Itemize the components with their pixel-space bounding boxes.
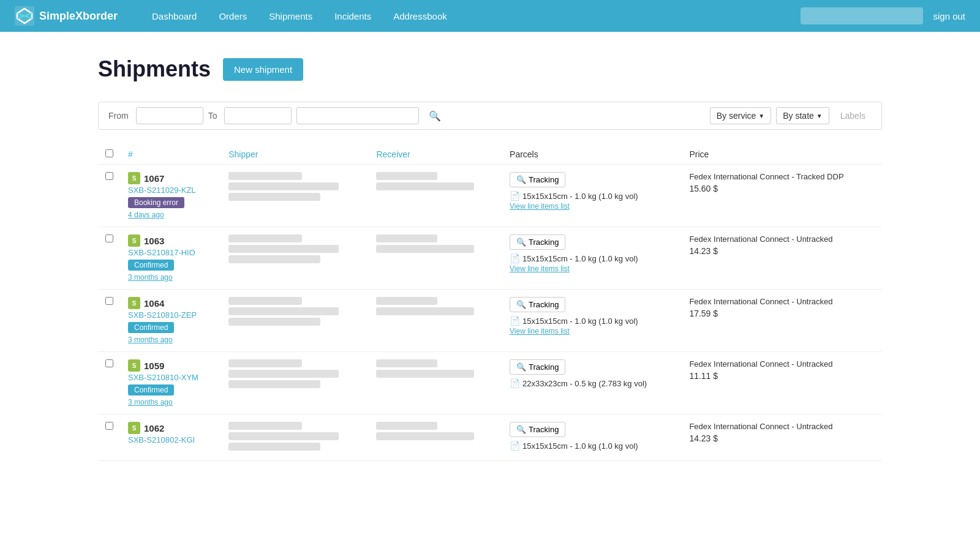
shipper-info bbox=[228, 359, 361, 388]
shipper-cell bbox=[221, 414, 369, 461]
tracking-button[interactable]: 🔍 Tracking bbox=[510, 422, 565, 437]
receiver-info bbox=[376, 297, 495, 315]
search-icon: 🔍 bbox=[516, 300, 526, 309]
tracking-button[interactable]: 🔍 Tracking bbox=[510, 297, 565, 312]
user-info bbox=[801, 7, 923, 24]
view-items-link[interactable]: View line items list bbox=[510, 327, 674, 335]
row-checkbox-cell bbox=[98, 414, 121, 461]
new-shipment-button[interactable]: New shipment bbox=[223, 58, 303, 81]
row-checkbox[interactable] bbox=[105, 422, 113, 430]
tracking-button[interactable]: 🔍 Tracking bbox=[510, 359, 565, 375]
parcels-cell: 🔍 Tracking 📄 22x33x23cm - 0.5 kg (2.783 … bbox=[502, 352, 682, 414]
by-state-label: By state bbox=[783, 111, 814, 121]
parcel-icon: 📄 bbox=[510, 253, 520, 263]
shipments-table: # Shipper Receiver Parcels Price S 1067 … bbox=[98, 144, 882, 461]
price-service: Fedex International Connect - Tracked DD… bbox=[689, 172, 875, 181]
table-body: S 1067 SXB-S211029-KZL Booking error 4 d… bbox=[98, 165, 882, 461]
receiver-info bbox=[376, 359, 495, 378]
by-service-dropdown[interactable]: By service ▼ bbox=[710, 107, 771, 124]
price-amount: 17.59 $ bbox=[689, 309, 875, 318]
tracking-label: Tracking bbox=[529, 238, 559, 247]
receiver-info bbox=[376, 234, 495, 253]
sign-out-button[interactable]: sign out bbox=[933, 11, 965, 21]
shipment-ref[interactable]: SXB-S211029-KZL bbox=[128, 186, 214, 195]
row-checkbox-cell bbox=[98, 290, 121, 352]
shopify-icon: S bbox=[128, 422, 140, 434]
shipment-number: 1067 bbox=[144, 173, 164, 184]
logo: SimpleXborder bbox=[15, 6, 118, 26]
from-label: From bbox=[108, 111, 129, 121]
shipment-time[interactable]: 4 days ago bbox=[128, 211, 214, 219]
row-id-cell: S 1059 SXB-S210810-XYM Confirmed 3 month… bbox=[121, 352, 221, 414]
shopify-icon: S bbox=[128, 234, 140, 247]
main-nav: Dashboard Orders Shipments Incidents Add… bbox=[142, 6, 801, 26]
labels-button[interactable]: Labels bbox=[834, 108, 872, 124]
shipment-ref[interactable]: SXB-S210810-XYM bbox=[128, 373, 214, 382]
shipper-cell bbox=[221, 227, 369, 290]
page-header: Shipments New shipment bbox=[98, 56, 882, 82]
shipper-info bbox=[228, 422, 361, 451]
nav-incidents[interactable]: Incidents bbox=[325, 6, 381, 26]
shipper-info bbox=[228, 297, 361, 326]
price-cell: Fedex International Connect - Untracked … bbox=[682, 290, 882, 352]
to-input[interactable] bbox=[224, 107, 292, 124]
shopify-icon: S bbox=[128, 172, 140, 184]
view-items-link[interactable]: View line items list bbox=[510, 202, 674, 211]
tracking-label: Tracking bbox=[529, 362, 559, 372]
table-row: S 1062 SXB-S210802-KGI 🔍 Tracking bbox=[98, 414, 882, 461]
price-amount: 14.23 $ bbox=[689, 246, 875, 256]
tracking-label: Tracking bbox=[529, 425, 559, 434]
col-id: # bbox=[121, 144, 221, 165]
parcel-icon: 📄 bbox=[510, 378, 520, 388]
status-badge: Booking error bbox=[128, 197, 184, 208]
row-checkbox-cell bbox=[98, 165, 121, 227]
from-input[interactable] bbox=[136, 107, 203, 124]
search-button[interactable]: 🔍 bbox=[424, 108, 446, 124]
shipment-time[interactable]: 3 months ago bbox=[128, 273, 214, 282]
shipment-ref[interactable]: SXB-S210817-HIO bbox=[128, 248, 214, 257]
nav-orders[interactable]: Orders bbox=[209, 6, 257, 26]
shipper-info bbox=[228, 172, 361, 201]
tracking-button[interactable]: 🔍 Tracking bbox=[510, 172, 565, 187]
search-icon: 🔍 bbox=[516, 425, 526, 434]
parcel-info: 📄 15x15x15cm - 1.0 kg (1.0 kg vol) bbox=[510, 441, 674, 451]
search-input[interactable] bbox=[296, 107, 419, 124]
nav-shipments[interactable]: Shipments bbox=[259, 6, 322, 26]
shopify-icon: S bbox=[128, 297, 140, 309]
nav-addressbook[interactable]: Addressbook bbox=[383, 6, 457, 26]
shipper-cell bbox=[221, 290, 369, 352]
row-id-cell: S 1067 SXB-S211029-KZL Booking error 4 d… bbox=[121, 165, 221, 227]
parcel-info: 📄 15x15x15cm - 1.0 kg (1.0 kg vol) bbox=[510, 316, 674, 326]
row-checkbox[interactable] bbox=[105, 234, 113, 242]
shipment-id: S 1067 bbox=[128, 172, 214, 184]
shipper-cell bbox=[221, 165, 369, 227]
shipment-ref[interactable]: SXB-S210810-ZEP bbox=[128, 310, 214, 320]
filter-bar: From To 🔍 By service ▼ By state ▼ Labels bbox=[98, 102, 882, 130]
select-all-checkbox[interactable] bbox=[105, 149, 113, 157]
shipment-ref[interactable]: SXB-S210802-KGI bbox=[128, 435, 214, 444]
receiver-cell bbox=[369, 227, 502, 290]
parcel-icon: 📄 bbox=[510, 316, 520, 326]
parcels-cell: 🔍 Tracking 📄 15x15x15cm - 1.0 kg (1.0 kg… bbox=[502, 290, 682, 352]
table-header: # Shipper Receiver Parcels Price bbox=[98, 144, 882, 165]
nav-dashboard[interactable]: Dashboard bbox=[142, 6, 206, 26]
table-row: S 1064 SXB-S210810-ZEP Confirmed 3 month… bbox=[98, 290, 882, 352]
parcels-cell: 🔍 Tracking 📄 15x15x15cm - 1.0 kg (1.0 kg… bbox=[502, 227, 682, 290]
row-id-cell: S 1062 SXB-S210802-KGI bbox=[121, 414, 221, 461]
shipment-time[interactable]: 3 months ago bbox=[128, 398, 214, 407]
row-checkbox[interactable] bbox=[105, 297, 113, 305]
receiver-cell bbox=[369, 352, 502, 414]
main-content: Shipments New shipment From To 🔍 By serv… bbox=[0, 32, 980, 551]
shipment-time[interactable]: 3 months ago bbox=[128, 335, 214, 344]
by-state-dropdown[interactable]: By state ▼ bbox=[776, 107, 829, 124]
row-checkbox[interactable] bbox=[105, 172, 113, 180]
parcel-icon: 📄 bbox=[510, 191, 520, 201]
tracking-button[interactable]: 🔍 Tracking bbox=[510, 234, 565, 250]
by-service-label: By service bbox=[717, 111, 756, 121]
price-amount: 15.60 $ bbox=[689, 184, 875, 193]
view-items-link[interactable]: View line items list bbox=[510, 264, 674, 273]
row-id-cell: S 1063 SXB-S210817-HIO Confirmed 3 month… bbox=[121, 227, 221, 290]
shipment-id: S 1063 bbox=[128, 234, 214, 247]
shipment-id: S 1062 bbox=[128, 422, 214, 434]
row-checkbox[interactable] bbox=[105, 359, 113, 367]
